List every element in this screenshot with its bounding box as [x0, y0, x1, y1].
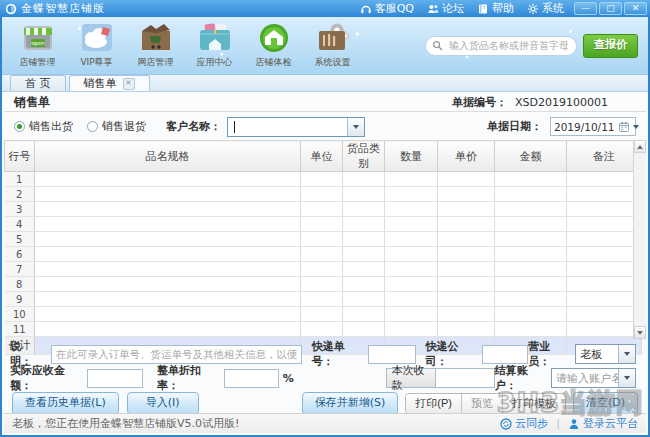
radio-sale-return[interactable]: 销售退货: [87, 119, 146, 134]
empty-cell[interactable]: [495, 262, 567, 277]
empty-cell[interactable]: [438, 202, 495, 217]
empty-cell[interactable]: [567, 172, 642, 187]
scroll-down-button[interactable]: [634, 326, 646, 339]
note-input[interactable]: [51, 345, 302, 364]
empty-cell[interactable]: [385, 307, 438, 322]
empty-cell[interactable]: [343, 202, 385, 217]
empty-cell[interactable]: [35, 172, 301, 187]
clerk-dropdown-button[interactable]: [618, 345, 635, 363]
table-row[interactable]: 6: [5, 247, 642, 262]
toolbar-item-shop[interactable]: open店铺管理: [10, 22, 65, 69]
minimize-button[interactable]: —: [574, 2, 597, 15]
empty-cell[interactable]: [567, 187, 642, 202]
empty-cell[interactable]: [495, 232, 567, 247]
empty-cell[interactable]: [343, 277, 385, 292]
empty-cell[interactable]: [438, 247, 495, 262]
column-header[interactable]: 单位: [301, 141, 343, 172]
empty-cell[interactable]: [495, 307, 567, 322]
empty-cell[interactable]: [343, 247, 385, 262]
scroll-up-button[interactable]: [634, 140, 646, 153]
empty-cell[interactable]: [495, 217, 567, 232]
import-button[interactable]: 导入(I): [127, 392, 199, 415]
empty-cell[interactable]: [301, 232, 343, 247]
table-scrollbar[interactable]: [633, 140, 646, 339]
print-template-button[interactable]: 打印模板: [502, 394, 565, 413]
search-input[interactable]: [447, 39, 570, 52]
empty-cell[interactable]: [567, 217, 642, 232]
column-header[interactable]: 金额: [495, 141, 567, 172]
empty-cell[interactable]: [343, 322, 385, 337]
empty-cell[interactable]: [35, 307, 301, 322]
column-header[interactable]: 单价: [438, 141, 495, 172]
titlebar-link-headset[interactable]: 客服QQ: [360, 1, 414, 16]
column-header[interactable]: 货品类别: [343, 141, 385, 172]
empty-cell[interactable]: [495, 202, 567, 217]
table-row[interactable]: 9: [5, 292, 642, 307]
table-row[interactable]: 1: [5, 172, 642, 187]
cloud-sync-link[interactable]: 云同步: [500, 416, 548, 431]
empty-cell[interactable]: [495, 322, 567, 337]
empty-cell[interactable]: [438, 307, 495, 322]
empty-cell[interactable]: [35, 322, 301, 337]
express-co-input[interactable]: [482, 345, 528, 364]
column-header[interactable]: 备注: [567, 141, 642, 172]
empty-cell[interactable]: [301, 307, 343, 322]
empty-cell[interactable]: [343, 187, 385, 202]
toolbar-item-shop-check[interactable]: 店铺体检: [246, 22, 301, 69]
empty-cell[interactable]: [438, 172, 495, 187]
product-search-box[interactable]: [425, 36, 577, 56]
empty-cell[interactable]: [438, 322, 495, 337]
toolbar-item-online-store[interactable]: 网店管理: [128, 22, 183, 69]
empty-cell[interactable]: [438, 292, 495, 307]
empty-cell[interactable]: [35, 202, 301, 217]
clear-button[interactable]: 清空(D): [573, 392, 638, 415]
cloud-login-link[interactable]: 登录云平台: [568, 416, 638, 431]
empty-cell[interactable]: [35, 277, 301, 292]
empty-cell[interactable]: [35, 247, 301, 262]
maximize-button[interactable]: □: [599, 2, 622, 15]
empty-cell[interactable]: [438, 187, 495, 202]
table-row[interactable]: 4: [5, 217, 642, 232]
empty-cell[interactable]: [301, 292, 343, 307]
empty-cell[interactable]: [495, 292, 567, 307]
table-row[interactable]: 10: [5, 307, 642, 322]
titlebar-link-forum-people[interactable]: 论坛: [427, 1, 464, 16]
table-row[interactable]: 8: [5, 277, 642, 292]
empty-cell[interactable]: [301, 262, 343, 277]
empty-cell[interactable]: [385, 172, 438, 187]
empty-cell[interactable]: [301, 202, 343, 217]
table-row[interactable]: 7: [5, 262, 642, 277]
tab-home[interactable]: 首 页: [10, 75, 66, 91]
tab-sales-order[interactable]: 销售单✕: [69, 75, 150, 91]
empty-cell[interactable]: [343, 232, 385, 247]
empty-cell[interactable]: [495, 172, 567, 187]
preview-button[interactable]: 预览: [461, 394, 502, 413]
empty-cell[interactable]: [301, 172, 343, 187]
order-items-table[interactable]: 行号品名规格单位货品类别数量单价金额备注1234567891011合计: [4, 140, 642, 355]
empty-cell[interactable]: [385, 322, 438, 337]
empty-cell[interactable]: [438, 217, 495, 232]
empty-cell[interactable]: [385, 232, 438, 247]
empty-cell[interactable]: [385, 262, 438, 277]
discount-input[interactable]: [224, 369, 279, 388]
empty-cell[interactable]: [567, 322, 642, 337]
doc-date-picker[interactable]: 2019/10/11: [550, 117, 636, 136]
empty-cell[interactable]: [35, 217, 301, 232]
save-and-new-button[interactable]: 保存并新增(S): [302, 392, 399, 415]
empty-cell[interactable]: [385, 277, 438, 292]
toolbar-item-app-center[interactable]: 应用中心: [187, 22, 242, 69]
empty-cell[interactable]: [567, 277, 642, 292]
empty-cell[interactable]: [567, 202, 642, 217]
column-header[interactable]: 行号: [5, 141, 35, 172]
titlebar-link-help-book[interactable]: 帮助: [477, 1, 514, 16]
empty-cell[interactable]: [567, 307, 642, 322]
table-row[interactable]: 2: [5, 187, 642, 202]
empty-cell[interactable]: [438, 262, 495, 277]
tab-close-icon[interactable]: ✕: [123, 78, 135, 90]
check-quote-button[interactable]: 查报价: [583, 34, 638, 58]
empty-cell[interactable]: [495, 247, 567, 262]
empty-cell[interactable]: [301, 322, 343, 337]
table-row[interactable]: 5: [5, 232, 642, 247]
toolbar-item-settings[interactable]: 系统设置: [305, 22, 360, 69]
radio-sale-out[interactable]: 销售出货: [14, 119, 73, 134]
